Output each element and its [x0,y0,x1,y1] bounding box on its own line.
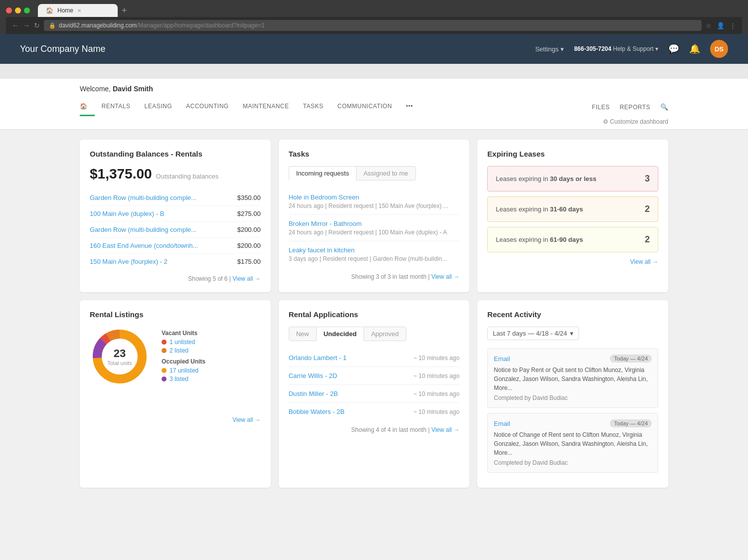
nav-more-button[interactable]: ••• [399,98,420,116]
task-meta: 24 hours ago | Resident request | 150 Ma… [289,202,460,209]
new-tab-button[interactable]: + [122,5,127,16]
outstanding-balances-card: Outstanding Balances - Rentals $1,375.00… [80,140,271,292]
assigned-to-me-tab[interactable]: Assigned to me [356,166,416,181]
expiring-leases-title: Expiring Leases [487,150,658,158]
activity-item-header: Email Today — 4/24 [494,355,652,363]
application-item: Dustin Miller - 2B ~ 10 minutes ago [289,385,460,403]
home-icon: 🏠 [80,103,88,110]
task-title-link[interactable]: Hole in Bedroom Screen [289,193,360,201]
nav-item-leasing[interactable]: LEASING [137,98,179,116]
back-button[interactable]: ← [12,21,19,29]
minimize-window-button[interactable] [15,7,21,13]
tab-favicon: 🏠 [46,7,53,14]
total-units-label: Total units [107,360,132,366]
nav-item-communication[interactable]: COMMUNICATION [330,98,399,116]
address-bar[interactable]: 🔒 david62.managebuilding.com/Manager/app… [44,20,702,31]
reload-button[interactable]: ↻ [34,21,40,29]
close-window-button[interactable] [6,7,12,13]
application-time: ~ 10 minutes ago [413,390,459,397]
header-divider [0,64,748,79]
search-icon[interactable]: 🔍 [660,103,668,111]
occupied-units-label: Occupied Units [162,358,205,365]
applicant-link[interactable]: Orlando Lambert - 1 [289,354,347,362]
rental-listings-view-all[interactable]: View all → [232,416,260,423]
balance-property-link[interactable]: 100 Main Ave (duplex) - B [90,210,164,217]
expiring-leases-view-all[interactable]: View all → [630,258,658,265]
outstanding-balances-view-all[interactable]: View all → [232,275,260,282]
chevron-down-icon: ▾ [570,330,573,337]
activity-item: Email Today — 4/24 Notice of Change of R… [487,413,658,473]
undecided-applications-tab[interactable]: Undecided [317,327,364,341]
rental-applications-card: Rental Applications New Undecided Approv… [279,300,470,488]
balance-property-link[interactable]: 160 East End Avenue (condo/townh... [90,242,198,249]
outstanding-balances-title: Outstanding Balances - Rentals [90,150,261,158]
address-bar-row: ← → ↻ 🔒 david62.managebuilding.com/Manag… [6,17,742,34]
chevron-down-icon: ▾ [561,45,564,53]
notifications-icon[interactable]: 🔔 [689,43,700,54]
applicant-link[interactable]: Dustin Miller - 2B [289,390,338,397]
balance-item: Garden Row (multi-building comple... $35… [90,190,261,206]
balance-header: $1,375.00 Outstanding balances [90,166,261,182]
browser-chrome: 🏠 Home ✕ + ← → ↻ 🔒 david62.managebuildin… [0,0,748,34]
application-time: ~ 10 minutes ago [413,408,459,415]
support-section: 866-305-7204 Help & Support ▾ [574,45,658,52]
approved-applications-tab[interactable]: Approved [364,327,406,341]
user-avatar[interactable]: DS [710,40,728,58]
new-applications-tab[interactable]: New [289,327,317,341]
task-title-link[interactable]: Leaky faucet in kitchen [289,246,355,254]
total-units-number: 23 [107,347,132,360]
incoming-requests-tab[interactable]: Incoming requests [289,166,356,181]
applicant-link[interactable]: Carrie Willis - 2D [289,372,338,379]
rental-applications-view-all[interactable]: View all → [431,426,459,433]
occupied-listed-legend[interactable]: 3 listed [162,375,205,382]
nav-item-tasks[interactable]: TASKS [296,98,331,116]
date-range-selector[interactable]: Last 7 days — 4/18 - 4/24 ▾ [487,327,579,340]
tasks-card: Tasks Incoming requests Assigned to me H… [279,140,470,292]
active-browser-tab[interactable]: 🏠 Home ✕ [38,4,118,17]
files-nav-item[interactable]: FILES [592,104,610,111]
vacant-listed-legend[interactable]: 2 listed [162,347,205,354]
lease-label: Leases expiring in 61-90 days [496,236,583,243]
vacant-unlisted-legend[interactable]: 1 unlisted [162,339,205,346]
nav-home[interactable]: 🏠 [80,98,95,116]
application-time: ~ 10 minutes ago [413,373,459,379]
app-header: Your Company Name Settings ▾ 866-305-720… [0,34,748,64]
application-item: Orlando Lambert - 1 ~ 10 minutes ago [289,349,460,367]
activity-item-header: Email Today — 4/24 [494,419,652,427]
task-title-link[interactable]: Broken Mirror - Bathroom [289,220,362,227]
balance-item: 100 Main Ave (duplex) - B $275.00 [90,206,261,222]
tasks-view-all[interactable]: View all → [431,273,459,280]
maximize-window-button[interactable] [24,7,30,13]
balance-property-link[interactable]: Garden Row (multi-building comple... [90,226,196,233]
occupied-unlisted-legend[interactable]: 17 unlisted [162,367,205,374]
rental-listings-card: Rental Listings 23 Total units [80,300,271,488]
vacant-listed-dot [162,348,167,353]
balance-property-link[interactable]: Garden Row (multi-building comple... [90,194,196,201]
tab-close-button[interactable]: ✕ [77,8,81,13]
nav-item-accounting[interactable]: ACCOUNTING [179,98,236,116]
activity-list: Email Today — 4/24 Notice to Pay Rent or… [487,348,658,473]
menu-icon[interactable]: ⋮ [730,22,736,29]
lease-item-30days: Leases expiring in 30 days or less 3 [487,166,658,191]
customize-dashboard-button[interactable]: ⚙ Customize dashboard [80,116,668,129]
nav-item-rentals[interactable]: RENTALS [95,98,138,116]
donut-center: 23 Total units [107,347,132,366]
bookmark-icon[interactable]: ☆ [706,22,712,29]
rental-listings-footer: View all → [90,416,261,423]
recent-activity-card: Recent Activity Last 7 days — 4/18 - 4/2… [477,300,668,488]
profile-icon[interactable]: 👤 [717,22,725,29]
occupied-listed-dot [162,376,167,381]
messages-icon[interactable]: 💬 [668,43,679,54]
activity-filter: Last 7 days — 4/18 - 4/24 ▾ [487,327,658,340]
settings-button[interactable]: Settings ▾ [535,45,564,53]
browser-tab-bar: 🏠 Home ✕ + [6,4,742,17]
gear-icon: ⚙ [603,118,608,125]
reports-nav-item[interactable]: REPORTS [620,104,650,111]
nav-item-maintenance[interactable]: MAINTENANCE [236,98,296,116]
forward-button[interactable]: → [23,21,30,29]
balance-amount: $200.00 [237,226,261,233]
balance-property-link[interactable]: 150 Main Ave (fourplex) - 2 [90,258,168,265]
balance-item: 160 East End Avenue (condo/townh... $200… [90,238,261,254]
lease-count: 3 [645,174,650,184]
applicant-link[interactable]: Bobbie Waters - 2B [289,408,345,415]
